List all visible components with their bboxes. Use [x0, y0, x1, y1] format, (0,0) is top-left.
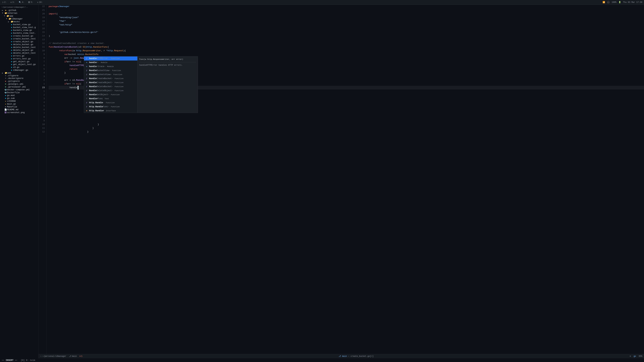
- statusbar-right: ⊙ go 65%: [630, 355, 642, 358]
- line-num: 14: [38, 34, 45, 38]
- go-file-icon: ◆: [10, 66, 13, 68]
- sidebar-item-app[interactable]: ▼ 📂 app: [0, 14, 38, 17]
- sidebar-item-screenshot[interactable]: 🖼 screenshot.png: [0, 111, 38, 114]
- ac-item-handlebucketsview[interactable]: ƒ HandleBucketsView~ Function: [84, 72, 137, 77]
- sidebar-item-web[interactable]: ▶ 📁 web: [0, 71, 38, 74]
- sidebar-label-create-bucket: create_bucket.go: [13, 35, 38, 37]
- line-num: 8: [38, 56, 45, 60]
- go-file-icon: ◆: [10, 49, 13, 51]
- cmdline: -- INSERT -- [0] 0: nvim: [0, 358, 644, 362]
- tab-terminal[interactable]: ❯ 2:: [2, 1, 7, 4]
- sidebar-label-readme: README.md: [7, 109, 38, 111]
- sidebar-item-s3manager[interactable]: ▼ 📂 s3manager: [0, 17, 38, 20]
- sidebar-item-go-mod[interactable]: ◆ go.mod: [0, 94, 38, 97]
- sidebar-label-delete-object: delete_object.go: [13, 49, 38, 51]
- sidebar-item-create-bucket[interactable]: ◆ create_bucket.go: [0, 34, 38, 37]
- ac-item-handlecreatebucket[interactable]: ƒ HandleCreateBucket~ Function: [84, 77, 137, 81]
- sidebar-label-docker-compose: docker-compose.yml: [7, 89, 38, 91]
- sidebar-item-create-bucket-test[interactable]: ◆ create_bucket_test: [0, 37, 38, 40]
- ac-kind-icon-fn: ƒ: [85, 73, 88, 76]
- sidebar-item-internal[interactable]: ▼ 📂 internal: [0, 12, 38, 14]
- sidebar-item-dockerignore[interactable]: ≡ .dockerignore: [0, 77, 38, 80]
- ac-item-handlefunc[interactable]: T HandlerFunc Text: [84, 97, 137, 101]
- sidebar-item-dockerfile[interactable]: 🐳 Dockerfile: [0, 91, 38, 94]
- main-go-icon: ★: [4, 103, 7, 105]
- sidebar-item-errors[interactable]: ◆ errors.go: [0, 54, 38, 57]
- collapse-arrow-internal: ▼: [2, 12, 4, 14]
- makefile-icon: ⚒: [4, 106, 7, 108]
- sidebar-item-go-sum[interactable]: ◆ go.sum: [0, 97, 38, 100]
- go-file-icon: ◆: [10, 63, 13, 66]
- main-layout: ~/personal/s3manager/.. ▶ ▶ .github ▼ 📂 …: [0, 5, 644, 358]
- ac-item-handlertrace[interactable]: ⊙ handlertrace~ Module: [84, 64, 137, 68]
- sidebar-item-docker-compose[interactable]: 🐳 docker-compose.yml: [0, 88, 38, 91]
- ac-item-http-handlefunc[interactable]: ƒ http.HandleFunc~ Function: [84, 105, 137, 109]
- line-num: 3: [38, 97, 45, 100]
- ac-item-handlebucketview[interactable]: ƒ HandleBucketView~ Function: [84, 68, 137, 72]
- sidebar-item-delete-bucket-test[interactable]: ◆ delete_bucket_test: [0, 46, 38, 49]
- git-icon: ◈: [4, 80, 7, 82]
- tab-5[interactable]: 🖼 5:: [28, 1, 34, 4]
- tab-4[interactable]: 🔍 4:: [18, 1, 25, 4]
- sidebar-item-create-object[interactable]: ◆ create_object.go: [0, 40, 38, 43]
- line-num: 7: [38, 60, 45, 64]
- sidebar-item-s3[interactable]: ◆ s3.go: [0, 66, 38, 69]
- sidebar-label-get-object: get_object.go: [13, 60, 38, 63]
- battery-icon: 🔋: [618, 1, 621, 3]
- tab10-label: 10:: [39, 1, 43, 3]
- tab-10[interactable]: ⊙ 10:: [36, 1, 43, 4]
- ac-item-handledeleteobject[interactable]: ƒ HandleDeleteObject~ Function: [84, 89, 137, 93]
- sidebar-item-github[interactable]: ▶ ▶ .github: [0, 9, 38, 12]
- sidebar-root-path[interactable]: ~/personal/s3manager/..: [0, 5, 38, 9]
- sidebar-label-delete-bucket-test: delete_bucket_test: [13, 46, 38, 49]
- ac-kind-label: Function: [115, 77, 124, 80]
- sidebar-item-get-object-test[interactable]: ◆ get_object_test.go: [0, 63, 38, 66]
- ac-item-handlehttperror[interactable]: ƒ handleHTTPError~ Function: [84, 56, 137, 60]
- sidebar-item-errors-test[interactable]: ◆ errors_test.go: [0, 57, 38, 60]
- ac-item-handlecreateobject[interactable]: ƒ HandleCreateObject~ Function: [84, 81, 137, 85]
- sidebar-item-label-github: .github: [8, 9, 38, 11]
- ac-kind-label: Function: [113, 73, 122, 76]
- line-num: 15: [38, 30, 45, 34]
- sidebar-item-goreleaser[interactable]: ⚙ .goreleaser.yml: [0, 85, 38, 88]
- ac-item-http-handler[interactable]: ⊞ http.Handler Interface: [84, 109, 137, 113]
- img-icon: 🖼: [4, 111, 7, 114]
- sidebar-label-cfignore: .cfignore: [7, 75, 38, 77]
- line-num: 9: [38, 53, 45, 56]
- sidebar-item-mocks[interactable]: ▶ 📁 mocks: [0, 20, 38, 23]
- sidebar-item-delete-object-test[interactable]: ◆ delete_object_test: [0, 52, 38, 54]
- sidebar-item-cfignore[interactable]: ≡ .cfignore: [0, 74, 38, 77]
- ac-item-handler[interactable]: ⊙ handler~ Module: [84, 60, 137, 64]
- sidebar-item-delete-bucket[interactable]: ◆ delete_bucket.go: [0, 43, 38, 46]
- sidebar-label-get-object-test: get_object_test.go: [13, 63, 38, 66]
- sidebar-item-delete-object[interactable]: ◆ delete_object.go: [0, 49, 38, 52]
- ac-item-http-handle[interactable]: ƒ http.Handle~ Function: [84, 101, 137, 105]
- ac-kind-icon-fn: ƒ: [85, 89, 88, 92]
- sidebar-item-main-go[interactable]: ★ main.go: [0, 103, 38, 105]
- ac-kind-label: Function: [115, 81, 124, 84]
- sidebar-item-buckets-view[interactable]: ◆ buckets_view.go: [0, 29, 38, 32]
- sidebar-item-bucket-view-test[interactable]: ◆ bucket_view_test.g: [0, 26, 38, 29]
- sidebar-item-get-object[interactable]: ◆ get_object.go: [0, 60, 38, 63]
- code-line: [49, 27, 644, 30]
- sidebar-item-license[interactable]: ★ LICENSE: [0, 100, 38, 103]
- ac-item-handledeletebucket[interactable]: ƒ HandleDeleteBucket~ Function: [84, 85, 137, 89]
- sidebar-item-gitignore[interactable]: ◈ .gitignore: [0, 80, 38, 83]
- ac-detail-signature: func(w http.ResponseWriter, err error): [139, 57, 196, 61]
- sidebar-item-readme[interactable]: 📄 README.md: [0, 108, 38, 111]
- code-area[interactable]: package s3manager import ( "encoding/jso…: [46, 5, 644, 354]
- ac-kind-label: Function: [115, 85, 124, 88]
- ac-item-text: HandleDeleteObject~: [89, 89, 113, 92]
- line-num: 11: [38, 45, 45, 49]
- code-line: [49, 8, 644, 12]
- sidebar: ~/personal/s3manager/.. ▶ ▶ .github ▼ 📂 …: [0, 5, 38, 358]
- tab-3[interactable]: ⊟ 3:: [10, 1, 16, 4]
- ac-kind-icon-fn: ƒ: [85, 105, 88, 109]
- sidebar-item-s3manager-go[interactable]: ◆ s3manager.go: [0, 69, 38, 71]
- ac-kind-label: Function: [111, 93, 120, 96]
- ac-item-handlegetobject[interactable]: ƒ HandleGetObject~ Function: [84, 93, 137, 97]
- sidebar-item-golangci[interactable]: ⚙ .golangci.yml: [0, 83, 38, 85]
- sidebar-item-bucket-view[interactable]: ◆ bucket_view.go: [0, 23, 38, 26]
- sidebar-item-makefile[interactable]: ⚒ Makefile: [0, 105, 38, 108]
- sidebar-item-buckets-view-test[interactable]: ◆ buckets_view_test.: [0, 32, 38, 34]
